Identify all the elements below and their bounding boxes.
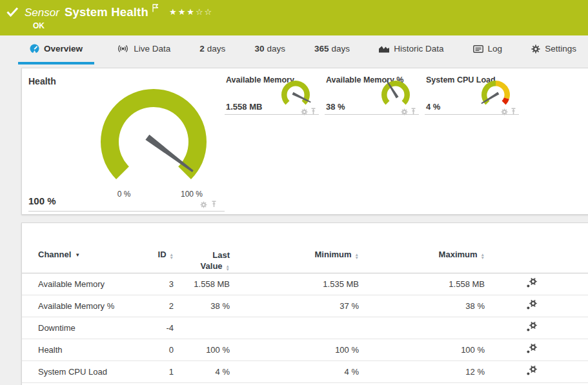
mini-gauge-available-memory: Available Memory 1.558 MB xyxy=(223,68,319,214)
maximum-cell: 100 % xyxy=(359,345,485,355)
tab-30-days-number: 30 xyxy=(254,44,264,54)
maximum-cell: 38 % xyxy=(359,301,485,311)
tab-bar: Overview Live Data 2days 30days 365days … xyxy=(0,35,588,64)
channel-settings-icon[interactable] xyxy=(526,366,537,376)
sensor-status-header: Sensor System Health ★★★☆☆ OK xyxy=(0,0,588,35)
channel-name-cell[interactable]: Available Memory xyxy=(22,279,151,289)
gauge-settings-gear-icon[interactable] xyxy=(501,106,508,118)
gauge-settings-gear-icon[interactable] xyxy=(301,106,308,118)
column-header-id-label: ID xyxy=(158,250,167,259)
tab-365-days-label: days xyxy=(332,44,350,54)
prtg-sensor-page: Sensor System Health ★★★☆☆ OK xyxy=(0,0,588,385)
sensor-title: System Health xyxy=(65,5,148,19)
pin-icon[interactable] xyxy=(211,199,217,211)
tab-log-label: Log xyxy=(488,44,503,54)
channel-table-panel: Channel▼ ID▲▼ Last Value▲▼ Minimum▲▼ Max… xyxy=(21,222,588,385)
table-row[interactable]: Available Memory % 2 38 % 37 % 38 % xyxy=(22,295,588,317)
tab-30-days-label: days xyxy=(267,44,285,54)
minimum-cell: 100 % xyxy=(230,345,359,355)
ok-check-icon xyxy=(6,7,19,19)
maximum-cell: 12 % xyxy=(359,367,485,377)
tab-historic-data-label: Historic Data xyxy=(394,44,443,54)
mini-gauge-value: 1.558 MB xyxy=(226,102,262,112)
tab-2-days-label: days xyxy=(207,44,226,54)
table-header-row: Channel▼ ID▲▼ Last Value▲▼ Minimum▲▼ Max… xyxy=(22,223,588,273)
gauge-divider xyxy=(425,114,519,115)
mini-gauge-available-memory-pct: Available Memory % 38 % xyxy=(323,68,419,214)
tab-historic-data[interactable]: Historic Data xyxy=(372,35,450,64)
column-header-channel-label: Channel xyxy=(38,250,71,259)
tab-2-days-number: 2 xyxy=(199,44,205,54)
area-chart-icon xyxy=(379,45,389,53)
tab-30-days[interactable]: 30days xyxy=(248,35,292,64)
column-header-channel[interactable]: Channel▼ xyxy=(22,250,151,273)
table-row[interactable]: Downtime -4 xyxy=(22,317,588,339)
pin-icon[interactable] xyxy=(411,106,416,118)
column-header-maximum-label: Maximum xyxy=(439,250,478,259)
gauges-panel: Health 0 % 100 % 100 % Available Memory … xyxy=(21,68,588,215)
column-header-last-value[interactable]: Last Value▲▼ xyxy=(174,250,230,273)
column-header-id[interactable]: ID▲▼ xyxy=(151,250,174,273)
table-row[interactable]: Health 0 100 % 100 % 100 % xyxy=(22,339,588,361)
tab-live-data[interactable]: Live Data xyxy=(110,35,177,64)
pin-icon[interactable] xyxy=(310,106,316,118)
gauge-icon xyxy=(30,44,39,54)
main-gauge-title: Health xyxy=(28,76,56,86)
pin-icon[interactable] xyxy=(511,106,516,118)
mini-gauge-value: 38 % xyxy=(326,102,345,112)
column-header-maximum[interactable]: Maximum▲▼ xyxy=(359,250,485,273)
last-value-cell: 4 % xyxy=(174,367,230,377)
minimum-cell: 1.535 MB xyxy=(230,279,359,289)
gauge-scale-min: 0 % xyxy=(111,190,137,199)
gear-icon xyxy=(531,44,540,54)
log-list-icon xyxy=(473,45,483,53)
tab-365-days-number: 365 xyxy=(314,44,329,54)
main-gauge-value: 100 % xyxy=(28,195,56,206)
channel-id-cell: -4 xyxy=(151,323,174,333)
table-row[interactable]: System CPU Load 1 4 % 4 % 12 % xyxy=(22,361,588,383)
channel-id-cell: 3 xyxy=(151,279,174,289)
gauge-settings-gear-icon[interactable] xyxy=(401,106,408,118)
tab-settings[interactable]: Settings xyxy=(525,35,583,64)
gauge-divider xyxy=(28,211,225,212)
column-header-last-label: Last xyxy=(174,250,230,261)
minimum-cell: 4 % xyxy=(230,367,359,377)
tab-2-days[interactable]: 2days xyxy=(193,35,232,64)
tab-overview[interactable]: Overview xyxy=(18,35,94,64)
channel-id-cell: 2 xyxy=(151,301,174,311)
stars-empty: ☆☆ xyxy=(196,7,213,17)
sorted-desc-icon: ▼ xyxy=(75,252,80,258)
tab-365-days[interactable]: 365days xyxy=(308,35,356,64)
column-header-value-label: Value xyxy=(201,261,223,271)
column-header-minimum[interactable]: Minimum▲▼ xyxy=(230,250,359,273)
tab-live-data-label: Live Data xyxy=(134,44,170,54)
maximum-cell: 1.558 MB xyxy=(359,279,485,289)
channel-name-cell[interactable]: System CPU Load xyxy=(22,367,151,377)
mini-gauge-value: 4 % xyxy=(426,102,440,112)
table-row[interactable]: Available Memory 3 1.558 MB 1.535 MB 1.5… xyxy=(22,273,588,295)
gauge-divider xyxy=(325,114,419,115)
channel-settings-icon[interactable] xyxy=(526,344,537,354)
last-value-cell: 100 % xyxy=(174,345,230,355)
health-gauge xyxy=(94,85,217,200)
stars-filled: ★★★ xyxy=(169,7,196,17)
gauge-settings-gear-icon[interactable] xyxy=(200,199,207,211)
table-body: Available Memory 3 1.558 MB 1.535 MB 1.5… xyxy=(22,273,588,383)
channel-settings-icon[interactable] xyxy=(526,322,537,332)
tab-overview-label: Overview xyxy=(44,44,83,54)
last-value-cell: 1.558 MB xyxy=(174,279,230,289)
channel-name-cell[interactable]: Health xyxy=(22,345,151,355)
channel-id-cell: 0 xyxy=(151,345,174,355)
column-header-minimum-label: Minimum xyxy=(315,250,352,259)
flag-icon[interactable] xyxy=(152,3,159,15)
channel-settings-icon[interactable] xyxy=(526,278,537,288)
channel-settings-icon[interactable] xyxy=(526,300,537,310)
gauge-scale-max: 100 % xyxy=(177,190,207,199)
mini-gauge-system-cpu-load: System CPU Load 4 % xyxy=(423,68,519,214)
gauge-divider xyxy=(225,114,319,115)
channel-name-cell[interactable]: Available Memory % xyxy=(22,301,151,311)
tab-log[interactable]: Log xyxy=(467,35,509,64)
last-value-cell: 38 % xyxy=(174,301,230,311)
channel-name-cell[interactable]: Downtime xyxy=(22,323,151,333)
priority-stars[interactable]: ★★★☆☆ xyxy=(169,7,213,17)
